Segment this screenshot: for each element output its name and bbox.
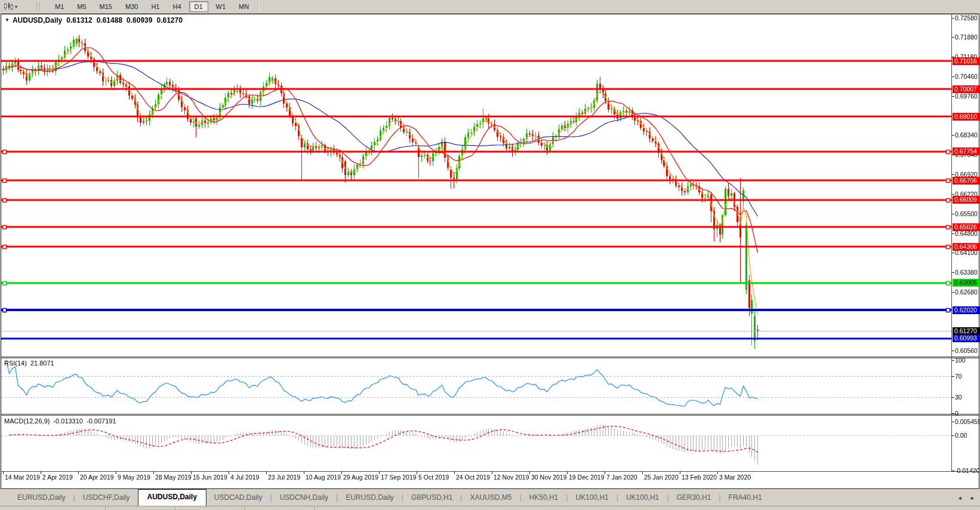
chart-tab-audusd-2[interactable]: AUDUSD,Daily xyxy=(138,489,207,506)
chart-canvas[interactable] xyxy=(0,0,980,510)
status-bar xyxy=(0,506,980,510)
chart-symbol-period: AUDUSD,Daily xyxy=(13,16,62,24)
tab-scroll-right-icon[interactable]: ► xyxy=(970,495,975,501)
date-axis-label: 19 Dec 2019 xyxy=(569,474,605,481)
chart-tab-fra40-12[interactable]: FRA40,H1 xyxy=(721,490,770,506)
rsi-label: RSI(14)21.8071 xyxy=(4,360,54,367)
timeframe-button-h1[interactable]: H1 xyxy=(146,1,165,12)
timeframe-button-m1[interactable]: M1 xyxy=(50,1,69,12)
chart-tab-usdcnh-4[interactable]: USDCNH,Daily xyxy=(272,490,336,506)
chart-tab-xauusd-7[interactable]: XAUUSD,M5 xyxy=(462,490,519,506)
price-axis-tick: 0.62680 xyxy=(955,288,978,296)
date-axis-label: 9 May 2019 xyxy=(118,474,150,481)
status-separator xyxy=(105,507,106,510)
date-axis-label: 29 Aug 2019 xyxy=(343,474,378,481)
timeframe-button-h4[interactable]: H4 xyxy=(167,1,186,12)
date-axis-label: 7 Jan 2020 xyxy=(606,474,637,481)
price-axis-tick: 0.68340 xyxy=(955,131,978,139)
timeframe-button-m30[interactable]: M30 xyxy=(120,1,143,12)
date-axis-label: 13 Feb 2020 xyxy=(682,474,717,481)
timeframe-button-w1[interactable]: W1 xyxy=(211,1,232,12)
date-axis-label: 10 Aug 2019 xyxy=(306,474,341,481)
chart-type-dropdown-icon[interactable]: ▾ xyxy=(15,4,17,10)
date-axis-label: 2 Apr 2019 xyxy=(42,474,73,481)
date-axis-label: 17 Sep 2019 xyxy=(381,474,417,481)
macd-main-value: -0.013310 xyxy=(53,417,83,425)
current-price-badge: 0.61270 xyxy=(953,327,980,335)
date-axis-label: 15 Jun 2019 xyxy=(193,474,227,481)
price-axis-tick: 0.72580 xyxy=(955,14,978,21)
date-axis-label: 30 Nov 2019 xyxy=(531,474,567,481)
price-level-badge: 0.63005 xyxy=(953,279,980,287)
date-axis-label: 25 Jan 2020 xyxy=(644,474,679,481)
chart-tab-ger30-11[interactable]: GER30,H1 xyxy=(668,490,719,506)
macd-axis-tick: -0.014204 xyxy=(955,467,980,474)
chart-tab-usdcad-3[interactable]: USDCAD,Daily xyxy=(207,490,270,506)
chart-tab-gbpusd-6[interactable]: GBPUSD,H1 xyxy=(403,490,460,506)
price-level-badge: 0.60993 xyxy=(953,334,980,342)
price-level-badge: 0.70007 xyxy=(953,85,980,93)
timeframe-button-d1[interactable]: D1 xyxy=(189,1,208,12)
date-axis-label: 20 Apr 2019 xyxy=(80,474,114,481)
price-axis-tick: 0.69760 xyxy=(955,93,978,100)
price-level-badge: 0.62020 xyxy=(953,306,980,314)
toolbar-separator xyxy=(258,2,259,11)
chart-tab-uk100-10[interactable]: UK100,H1 xyxy=(618,490,667,506)
price-axis-tick: 0.65500 xyxy=(955,210,978,217)
chart-tab-bar: EURUSD,Daily|USDCHF,DailyAUDUSD,DailyUSD… xyxy=(0,489,980,506)
price-level-badge: 0.66706 xyxy=(953,177,980,185)
price-axis-tick: 0.70460 xyxy=(955,73,978,80)
rsi-axis-tick: 100 xyxy=(955,357,966,364)
rsi-name: RSI(14) xyxy=(4,360,27,367)
timeframe-button-m5[interactable]: M5 xyxy=(72,1,91,12)
toolbar: ▾ M1M5M15M30H1H4D1W1MN xyxy=(0,0,980,14)
date-axis-label: 5 Oct 2019 xyxy=(418,474,449,481)
rsi-axis-tick: 30 xyxy=(955,394,962,401)
date-axis-label: 28 May 2019 xyxy=(155,474,192,481)
price-axis-tick: 0.63380 xyxy=(955,269,978,276)
price-level-badge: 0.65026 xyxy=(953,223,980,231)
tab-scroll-left-icon[interactable]: ◄ xyxy=(957,495,963,501)
chart-low-value: 0.60939 xyxy=(127,16,152,24)
price-level-badge: 0.69010 xyxy=(953,113,980,121)
chart-title: ▼AUDUSD,Daily0.613120.614880.609390.6127… xyxy=(5,16,183,24)
timeframe-button-mn[interactable]: MN xyxy=(233,1,254,12)
date-axis-label: 3 Mar 2020 xyxy=(719,474,751,481)
macd-axis-tick: 0.00 xyxy=(955,432,967,439)
status-separator xyxy=(175,507,176,510)
macd-signal-value: -0.007191 xyxy=(87,417,116,425)
chart-close-value: 0.61270 xyxy=(156,16,182,24)
price-level-badge: 0.71016 xyxy=(953,57,980,65)
chart-tab-eurusd-5[interactable]: EURUSD,Daily xyxy=(338,490,402,506)
candlestick-chart-icon[interactable] xyxy=(2,2,14,11)
date-axis-label: 23 Jul 2019 xyxy=(268,474,300,481)
rsi-axis-tick: 70 xyxy=(955,373,962,380)
price-axis-tick: 0.60560 xyxy=(955,347,978,354)
price-level-badge: 0.66009 xyxy=(953,196,980,204)
rsi-value: 21.8071 xyxy=(30,360,54,367)
macd-axis-tick: 0.005459 xyxy=(955,418,980,425)
toolbar-grip[interactable] xyxy=(36,2,40,11)
chart-high-value: 0.61488 xyxy=(97,16,122,24)
price-level-badge: 0.67754 xyxy=(953,148,980,155)
status-separator xyxy=(315,507,316,510)
chart-tab-eurusd-0[interactable]: EURUSD,Daily xyxy=(10,490,73,506)
chart-tab-usdchf-1[interactable]: USDCHF,Daily xyxy=(75,490,138,506)
date-axis-label: 14 Mar 2019 xyxy=(5,474,40,481)
date-axis-label: 24 Oct 2019 xyxy=(456,474,490,481)
rsi-axis-tick: 0 xyxy=(955,410,959,417)
price-level-badge: 0.64306 xyxy=(953,243,980,251)
macd-label: MACD(12,26,9)-0.013310-0.007191 xyxy=(4,417,116,425)
chart-menu-icon[interactable]: ▼ xyxy=(5,17,10,23)
tab-scroll-arrows: ◄ ► xyxy=(951,495,975,501)
date-axis-label: 12 Nov 2019 xyxy=(494,474,529,481)
chart-tab-uk100-9[interactable]: UK100,H1 xyxy=(568,490,616,506)
date-axis-label: 4 Jul 2019 xyxy=(230,474,259,481)
macd-name: MACD(12,26,9) xyxy=(4,417,50,425)
chart-open-value: 0.61312 xyxy=(66,16,92,24)
chart-tab-hk50-8[interactable]: HK50,H1 xyxy=(522,490,566,506)
timeframe-button-m15[interactable]: M15 xyxy=(94,1,118,12)
price-axis-tick: 0.71880 xyxy=(955,33,978,41)
status-separator xyxy=(245,507,246,510)
